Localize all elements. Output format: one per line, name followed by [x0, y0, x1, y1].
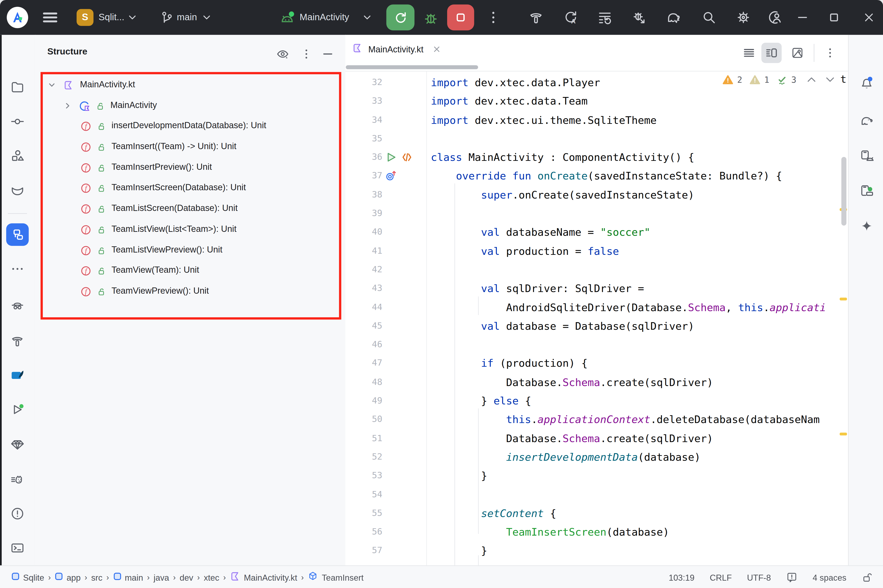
code-line[interactable]: 56 TeamInsertScreen(database)	[345, 523, 848, 542]
line-separator[interactable]: CRLF	[710, 572, 732, 582]
running-devices-icon[interactable]	[859, 183, 874, 198]
breadcrumb-item[interactable]: java	[153, 572, 169, 582]
maximize-button[interactable]	[829, 13, 838, 22]
code-line[interactable]: 54	[345, 485, 848, 504]
gradle-sync-icon[interactable]	[666, 10, 681, 26]
breadcrumb-item[interactable]: main	[113, 572, 143, 582]
breadcrumb-item[interactable]: TeamInsert	[308, 571, 364, 584]
code-line[interactable]: 35	[345, 129, 848, 148]
override-gutter-icon[interactable]	[385, 168, 397, 184]
attach-debugger-icon[interactable]	[631, 10, 647, 26]
dependencies-gem-icon[interactable]	[10, 437, 25, 452]
code-line[interactable]: 39	[345, 204, 848, 223]
apply-changes-icon[interactable]	[597, 10, 613, 26]
commit-icon[interactable]	[10, 114, 25, 129]
code-line[interactable]: 45 val database = Database(sqlDriver)	[345, 316, 848, 336]
code-line[interactable]: 38 super.onCreate(savedInstanceState)	[345, 185, 848, 204]
next-problem-icon[interactable]	[826, 76, 835, 83]
code-line[interactable]: 46	[345, 336, 848, 354]
warning-stripe-mark[interactable]	[840, 433, 847, 435]
code-line[interactable]: 36class MainActivity : ComponentActivity…	[345, 148, 848, 167]
code-line[interactable]: 55 setContent {	[345, 504, 848, 523]
code-line[interactable]: 47 if (production) {	[345, 354, 848, 373]
code-line[interactable]: 42	[345, 261, 848, 279]
breadcrumb-item[interactable]: xtec	[204, 572, 219, 582]
notification-square-icon[interactable]	[786, 572, 797, 583]
terminal-icon[interactable]	[10, 541, 25, 555]
gutter-icons[interactable]	[385, 150, 414, 165]
code-line[interactable]: 52 insertDevelopmentData(database)	[345, 448, 848, 466]
sync-and-refresh-icon[interactable]: A	[563, 10, 578, 26]
search-everywhere-icon[interactable]	[701, 10, 717, 26]
hide-panel-icon[interactable]	[321, 47, 334, 60]
code-line[interactable]: 34import dev.xtec.ui.theme.SqliteTheme	[345, 111, 848, 129]
panel-options-kebab-icon[interactable]	[300, 47, 312, 60]
gutter-icons[interactable]	[385, 168, 397, 184]
code-line[interactable]: 33import dev.xtec.data.Team	[345, 92, 848, 111]
warning-stripe-mark[interactable]	[840, 297, 847, 300]
code-line[interactable]: 51 Database.Schema.create(sqlDriver)	[345, 429, 848, 448]
app-inspection-icon[interactable]	[10, 298, 25, 313]
build-icon[interactable]	[528, 10, 544, 26]
main-menu-icon[interactable]	[42, 11, 59, 24]
code-line[interactable]: 49 } else {	[345, 392, 848, 410]
breadcrumb-item[interactable]: MainActivity.kt	[230, 571, 297, 584]
run-icon[interactable]	[10, 402, 25, 417]
breadcrumb-item[interactable]: dev	[180, 572, 193, 582]
debug-button[interactable]	[422, 10, 439, 29]
editor-tab[interactable]: MainActivity.kt	[352, 43, 440, 56]
structure-tool-button[interactable]	[6, 224, 29, 246]
close-tab-icon[interactable]	[433, 44, 440, 54]
code-view-icon[interactable]	[742, 46, 756, 60]
file-encoding[interactable]: UTF-8	[747, 572, 771, 582]
split-view-icon[interactable]	[765, 46, 778, 60]
breadcrumb-item[interactable]: src	[91, 572, 102, 582]
code-line[interactable]: 57 }	[345, 542, 848, 560]
code-line[interactable]: 44 AndroidSqliteDriver(Database.Schema, …	[345, 298, 848, 317]
vertical-scrollbar-thumb[interactable]	[841, 157, 847, 226]
more-actions-icon[interactable]	[486, 10, 501, 26]
code-line[interactable]: 50 this.applicationContext.deleteDatabas…	[345, 410, 848, 429]
code-line[interactable]: 48 Database.Schema.create(sqlDriver)	[345, 373, 848, 392]
problems-icon[interactable]	[10, 506, 25, 521]
caret-position[interactable]: 103:19	[669, 572, 694, 582]
branch-selector[interactable]: main	[177, 12, 197, 22]
sqlite-icon[interactable]	[10, 368, 25, 382]
app-quality-insights-icon[interactable]	[10, 183, 25, 198]
build-icon[interactable]	[10, 334, 25, 348]
editor-options-kebab-icon[interactable]	[823, 46, 837, 60]
stop-button[interactable]	[447, 4, 474, 30]
code-line[interactable]: 58 }	[345, 560, 848, 566]
breadcrumb-item[interactable]: app	[55, 572, 81, 582]
code-line[interactable]: 40 val databaseName = "soccer"	[345, 223, 848, 242]
code-editor[interactable]: 32import dev.xtec.data.Player33import de…	[345, 71, 848, 565]
logcat-icon[interactable]	[10, 472, 25, 487]
run-gutter-icon[interactable]	[385, 150, 397, 165]
project-icon[interactable]: S	[77, 9, 93, 26]
indent-setting[interactable]: 4 spaces	[812, 572, 847, 582]
notifications-bell-icon[interactable]	[859, 75, 874, 90]
close-button[interactable]	[864, 12, 874, 22]
project-folder-icon[interactable]	[10, 80, 25, 94]
run-configuration-selector[interactable]: MainActivity	[300, 12, 349, 22]
code-line[interactable]: 37 override fun onCreate(savedInstanceSt…	[345, 167, 848, 186]
rerun-button[interactable]	[387, 4, 414, 30]
compose-gutter-icon[interactable]	[400, 150, 414, 165]
resource-manager-icon[interactable]	[10, 148, 25, 163]
design-view-icon[interactable]	[791, 46, 804, 60]
tab-scroll-indicator[interactable]	[346, 65, 478, 69]
gradle-icon[interactable]	[859, 114, 874, 129]
gemini-spark-icon[interactable]	[859, 219, 874, 234]
profile-icon[interactable]	[767, 10, 784, 26]
settings-gear-icon[interactable]	[736, 10, 751, 26]
code-line[interactable]: 53 }	[345, 466, 848, 485]
inspection-widget[interactable]: 2 1 3	[722, 74, 835, 85]
code-line[interactable]: 41 val production = false	[345, 242, 848, 261]
breadcrumb-item[interactable]: Sqlite	[11, 572, 44, 582]
previous-problem-icon[interactable]	[807, 76, 816, 83]
minimize-button[interactable]	[798, 16, 807, 19]
unlock-icon[interactable]	[862, 572, 873, 583]
project-selector[interactable]: Sqlit...	[98, 12, 124, 22]
code-line[interactable]: 43 val sqlDriver: SqlDriver =	[345, 279, 848, 298]
more-tool-windows-icon[interactable]	[10, 262, 25, 276]
